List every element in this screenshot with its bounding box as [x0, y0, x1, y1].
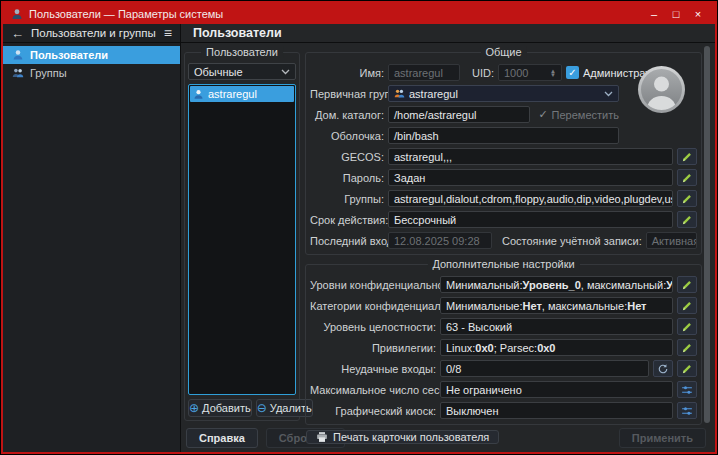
groups-label: Группы: — [310, 193, 384, 205]
sidebar-item-groups[interactable]: Группы — [3, 64, 180, 82]
titlebar: Пользователи — Параметры системы – □ × — [3, 3, 715, 24]
groups-field: astraregul,dialout,cdrom,floppy,audio,di… — [388, 190, 673, 207]
pencil-icon — [681, 279, 693, 291]
account-state-field: Активная — [646, 232, 697, 249]
user-form-column: Общие Имя: astraregul — [305, 45, 702, 425]
user-list: astraregul — [188, 84, 296, 395]
edit-privileges-button[interactable] — [677, 339, 697, 356]
reset-failed-logins-button[interactable] — [653, 360, 673, 377]
avatar — [638, 66, 685, 113]
sidebar-title: Пользователи и группы — [31, 27, 156, 39]
add-user-button[interactable]: ⊕ Добавить — [188, 399, 252, 417]
scrollbar — [704, 46, 710, 423]
users-list-column: Пользователи Обычные astraregul — [184, 45, 300, 425]
general-groupbox: Общие Имя: astraregul — [305, 52, 702, 255]
user-icon — [12, 49, 24, 61]
integrity-field: 63 - Высокий — [440, 318, 673, 335]
account-state-label: Состояние учётной записи: — [502, 235, 642, 247]
edit-expiry-button[interactable] — [677, 211, 697, 228]
shell-label: Оболочка: — [310, 130, 384, 142]
sidebar-item-label: Пользователи — [30, 49, 108, 61]
privileges-field: Linux: 0x0; Parsec: 0x0 — [440, 339, 673, 356]
gecos-label: GECOS: — [310, 151, 384, 163]
sliders-icon — [681, 384, 693, 396]
name-field: astraregul — [388, 64, 460, 81]
max-sessions-field: Не ограничено — [440, 381, 673, 398]
pencil-icon — [681, 151, 693, 163]
edit-failed-logins-button[interactable] — [677, 360, 697, 377]
chevron-down-icon — [604, 91, 613, 97]
pencil-icon — [681, 172, 693, 184]
menu-icon[interactable]: ≡ — [164, 25, 172, 41]
maximize-icon[interactable]: □ — [667, 8, 685, 20]
pencil-icon — [681, 321, 693, 333]
sidebar-item-label: Группы — [30, 67, 67, 79]
edit-groups-button[interactable] — [677, 190, 697, 207]
chevron-down-icon — [281, 69, 290, 75]
content: ← Пользователи и группы ≡ Пользователи Г… — [3, 24, 715, 452]
user-name: astraregul — [208, 88, 257, 100]
password-label: Пароль: — [310, 172, 384, 184]
advanced-groupbox: Дополнительные настройки Уровни конфиден… — [305, 264, 702, 425]
print-user-card-button[interactable]: Печать карточки пользователя — [306, 430, 499, 444]
home-dir-field[interactable]: /home/astraregul — [388, 106, 530, 123]
password-field: Задан — [388, 169, 673, 186]
move-label: Переместить — [552, 109, 619, 121]
list-item-user[interactable]: astraregul — [190, 86, 294, 102]
move-check-icon[interactable]: ✓ — [538, 108, 547, 121]
shell-field[interactable]: /bin/bash — [388, 127, 619, 144]
pencil-icon — [681, 193, 693, 205]
integrity-label: Уровень целостности: — [310, 321, 436, 333]
admin-checkbox[interactable]: ✓ — [566, 66, 579, 79]
users-groupbox: Пользователи Обычные astraregul — [184, 52, 300, 421]
edit-gecos-button[interactable] — [677, 148, 697, 165]
user-filter-value: Обычные — [194, 66, 277, 78]
app-icon — [11, 8, 23, 20]
conf-levels-label: Уровни конфиденциальности: — [310, 279, 436, 291]
configure-max-sessions-button[interactable] — [677, 381, 697, 398]
edit-integrity-button[interactable] — [677, 318, 697, 335]
user-filter-dropdown[interactable]: Обычные — [188, 63, 296, 80]
pencil-icon — [681, 214, 693, 226]
gecos-field: astraregul,,, — [388, 148, 673, 165]
edit-conf-levels-button[interactable] — [677, 276, 697, 293]
primary-group-label: Первичная группа: — [310, 88, 384, 100]
edit-password-button[interactable] — [677, 169, 697, 186]
max-sessions-label: Максимальное число сессий: — [310, 384, 436, 396]
edit-conf-categories-button[interactable] — [677, 297, 697, 314]
help-button[interactable]: Справка — [186, 428, 258, 448]
failed-logins-field: 0/8 — [440, 360, 649, 377]
sidebar-header: ← Пользователи и группы ≡ — [3, 24, 180, 43]
pencil-icon — [681, 342, 693, 354]
general-groupbox-title: Общие — [480, 46, 526, 58]
list-actions: ⊕ Добавить ⊖ Удалить — [188, 399, 296, 417]
users-groupbox-title: Пользователи — [201, 46, 283, 58]
back-icon[interactable]: ← — [11, 26, 24, 41]
last-login-label: Последний вход: — [310, 235, 384, 247]
app-window: Пользователи — Параметры системы – □ × ←… — [1, 1, 717, 454]
minimize-icon[interactable]: – — [645, 8, 663, 20]
user-icon — [193, 89, 204, 100]
close-icon[interactable]: × — [689, 8, 707, 20]
conf-categories-field: Минимальные: Нет, максимальные: Нет — [440, 297, 673, 314]
sidebar-item-users[interactable]: Пользователи — [3, 46, 180, 64]
uid-label: UID: — [464, 67, 494, 79]
home-dir-label: Дом. каталог: — [310, 109, 384, 121]
remove-icon: ⊖ — [257, 402, 267, 414]
scrollbar-thumb[interactable] — [704, 46, 710, 423]
add-icon: ⊕ — [189, 402, 199, 414]
kiosk-field: Выключен — [440, 402, 673, 419]
print-user-card-label: Печать карточки пользователя — [333, 431, 489, 443]
apply-button[interactable]: Применить — [619, 428, 706, 448]
spinner-icons: ▲▼ — [550, 69, 556, 77]
configure-kiosk-button[interactable] — [677, 402, 697, 419]
sidebar-items: Пользователи Группы — [3, 43, 180, 82]
group-icon — [394, 88, 405, 99]
window-controls: – □ × — [645, 8, 707, 20]
advanced-groupbox-title: Дополнительные настройки — [427, 258, 579, 270]
last-login-field: 12.08.2025 09:28 — [388, 232, 492, 249]
primary-group-dropdown[interactable]: astraregul — [388, 85, 619, 102]
general-top-rows: Имя: astraregul UID: 1000 ▲▼ ✓ — [310, 64, 697, 144]
pencil-icon — [681, 363, 693, 375]
printer-icon — [316, 431, 328, 443]
